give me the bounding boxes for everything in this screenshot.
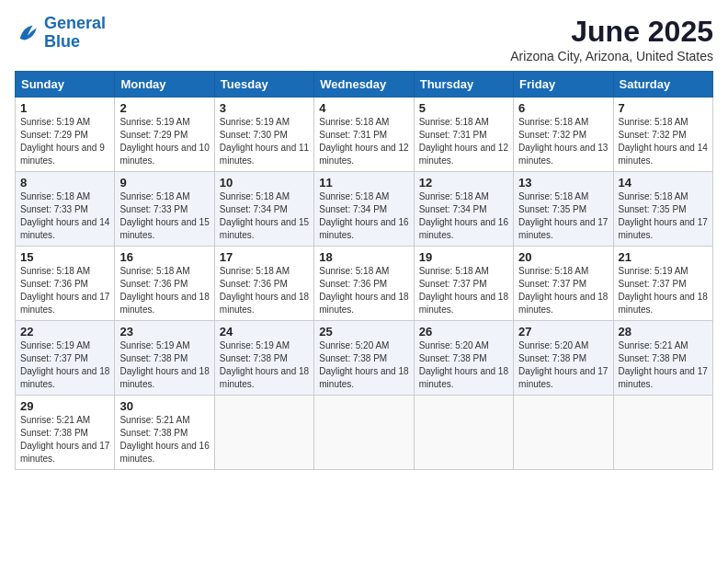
day-number: 2 [119,101,209,115]
table-row [314,396,414,470]
table-row: 16 Sunrise: 5:18 AM Sunset: 7:36 PM Dayl… [115,247,214,321]
table-row: 15 Sunrise: 5:18 AM Sunset: 7:36 PM Dayl… [16,247,115,321]
day-number: 5 [419,101,508,115]
table-row: 19 Sunrise: 5:18 AM Sunset: 7:37 PM Dayl… [414,247,513,321]
table-row: 28 Sunrise: 5:21 AM Sunset: 7:38 PM Dayl… [613,321,712,396]
day-number: 28 [619,325,708,339]
day-info: Sunrise: 5:19 AM Sunset: 7:37 PM Dayligh… [20,339,109,391]
table-row: 4 Sunrise: 5:18 AM Sunset: 7:31 PM Dayli… [314,98,414,172]
day-info: Sunrise: 5:18 AM Sunset: 7:37 PM Dayligh… [518,265,608,316]
day-info: Sunrise: 5:19 AM Sunset: 7:37 PM Dayligh… [619,265,708,316]
day-number: 8 [20,176,109,190]
table-row: 11 Sunrise: 5:18 AM Sunset: 7:34 PM Dayl… [314,172,414,247]
table-row: 23 Sunrise: 5:19 AM Sunset: 7:38 PM Dayl… [115,321,214,396]
day-number: 23 [119,325,209,339]
day-info: Sunrise: 5:18 AM Sunset: 7:34 PM Dayligh… [319,190,408,242]
table-row: 1 Sunrise: 5:19 AM Sunset: 7:29 PM Dayli… [16,98,115,172]
table-row: 3 Sunrise: 5:19 AM Sunset: 7:30 PM Dayli… [214,98,313,172]
day-number: 11 [319,176,408,190]
title-area: June 2025 Arizona City, Arizona, United … [510,15,713,63]
table-row [414,396,513,470]
day-info: Sunrise: 5:18 AM Sunset: 7:37 PM Dayligh… [419,265,508,316]
day-info: Sunrise: 5:19 AM Sunset: 7:30 PM Dayligh… [220,116,309,167]
table-row: 9 Sunrise: 5:18 AM Sunset: 7:33 PM Dayli… [115,172,214,247]
day-info: Sunrise: 5:21 AM Sunset: 7:38 PM Dayligh… [619,339,708,391]
day-number: 19 [419,250,508,264]
day-number: 22 [20,325,109,339]
day-info: Sunrise: 5:21 AM Sunset: 7:38 PM Dayligh… [20,414,109,465]
day-info: Sunrise: 5:18 AM Sunset: 7:36 PM Dayligh… [319,265,408,316]
day-info: Sunrise: 5:18 AM Sunset: 7:32 PM Dayligh… [518,116,608,167]
calendar-title: June 2025 [510,15,713,49]
header-sunday: Sunday [16,72,115,98]
table-row: 18 Sunrise: 5:18 AM Sunset: 7:36 PM Dayl… [314,247,414,321]
day-info: Sunrise: 5:18 AM Sunset: 7:32 PM Dayligh… [619,116,708,167]
day-number: 16 [119,250,209,264]
table-row [613,396,712,470]
table-row: 5 Sunrise: 5:18 AM Sunset: 7:31 PM Dayli… [414,98,513,172]
day-number: 29 [20,399,109,413]
day-info: Sunrise: 5:18 AM Sunset: 7:36 PM Dayligh… [119,265,209,316]
day-info: Sunrise: 5:19 AM Sunset: 7:29 PM Dayligh… [119,116,209,167]
day-number: 3 [220,101,309,115]
table-row: 10 Sunrise: 5:18 AM Sunset: 7:34 PM Dayl… [214,172,313,247]
table-row: 6 Sunrise: 5:18 AM Sunset: 7:32 PM Dayli… [514,98,613,172]
day-number: 1 [20,101,109,115]
day-number: 6 [518,101,608,115]
table-row: 26 Sunrise: 5:20 AM Sunset: 7:38 PM Dayl… [414,321,513,396]
logo-icon [15,20,40,46]
header-tuesday: Tuesday [214,72,313,98]
table-row: 7 Sunrise: 5:18 AM Sunset: 7:32 PM Dayli… [613,98,712,172]
day-number: 17 [220,250,309,264]
table-row: 24 Sunrise: 5:19 AM Sunset: 7:38 PM Dayl… [214,321,313,396]
day-info: Sunrise: 5:20 AM Sunset: 7:38 PM Dayligh… [319,339,408,391]
day-info: Sunrise: 5:18 AM Sunset: 7:31 PM Dayligh… [419,116,508,167]
table-row: 27 Sunrise: 5:20 AM Sunset: 7:38 PM Dayl… [514,321,613,396]
day-number: 4 [319,101,408,115]
table-row: 17 Sunrise: 5:18 AM Sunset: 7:36 PM Dayl… [214,247,313,321]
table-row: 21 Sunrise: 5:19 AM Sunset: 7:37 PM Dayl… [613,247,712,321]
day-number: 14 [619,176,708,190]
table-row: 20 Sunrise: 5:18 AM Sunset: 7:37 PM Dayl… [514,247,613,321]
table-row: 29 Sunrise: 5:21 AM Sunset: 7:38 PM Dayl… [16,396,115,470]
day-info: Sunrise: 5:21 AM Sunset: 7:38 PM Dayligh… [119,414,209,465]
table-row: 30 Sunrise: 5:21 AM Sunset: 7:38 PM Dayl… [115,396,214,470]
day-info: Sunrise: 5:19 AM Sunset: 7:38 PM Dayligh… [119,339,209,391]
day-number: 21 [619,250,708,264]
day-info: Sunrise: 5:18 AM Sunset: 7:35 PM Dayligh… [619,190,708,242]
day-number: 18 [319,250,408,264]
day-info: Sunrise: 5:18 AM Sunset: 7:36 PM Dayligh… [20,265,109,316]
table-row: 8 Sunrise: 5:18 AM Sunset: 7:33 PM Dayli… [16,172,115,247]
table-row [514,396,613,470]
day-number: 24 [220,325,309,339]
calendar-subtitle: Arizona City, Arizona, United States [510,49,713,63]
logo-text: General Blue [44,15,106,52]
table-row: 13 Sunrise: 5:18 AM Sunset: 7:35 PM Dayl… [514,172,613,247]
table-row: 14 Sunrise: 5:18 AM Sunset: 7:35 PM Dayl… [613,172,712,247]
day-number: 30 [119,399,209,413]
day-info: Sunrise: 5:20 AM Sunset: 7:38 PM Dayligh… [419,339,508,391]
logo: General Blue [15,15,106,52]
header-wednesday: Wednesday [314,72,414,98]
day-number: 12 [419,176,508,190]
day-number: 26 [419,325,508,339]
day-number: 25 [319,325,408,339]
table-row: 2 Sunrise: 5:19 AM Sunset: 7:29 PM Dayli… [115,98,214,172]
day-info: Sunrise: 5:19 AM Sunset: 7:38 PM Dayligh… [220,339,309,391]
table-row [214,396,313,470]
calendar-table: Sunday Monday Tuesday Wednesday Thursday… [15,71,713,470]
day-number: 20 [518,250,608,264]
day-info: Sunrise: 5:18 AM Sunset: 7:35 PM Dayligh… [518,190,608,242]
day-info: Sunrise: 5:18 AM Sunset: 7:34 PM Dayligh… [419,190,508,242]
day-number: 15 [20,250,109,264]
header-monday: Monday [115,72,214,98]
day-info: Sunrise: 5:18 AM Sunset: 7:34 PM Dayligh… [220,190,309,242]
page-header: General Blue June 2025 Arizona City, Ari… [15,15,713,63]
day-info: Sunrise: 5:20 AM Sunset: 7:38 PM Dayligh… [518,339,608,391]
day-number: 27 [518,325,608,339]
day-info: Sunrise: 5:18 AM Sunset: 7:33 PM Dayligh… [20,190,109,242]
day-number: 7 [619,101,708,115]
header-saturday: Saturday [613,72,712,98]
table-row: 22 Sunrise: 5:19 AM Sunset: 7:37 PM Dayl… [16,321,115,396]
table-row: 12 Sunrise: 5:18 AM Sunset: 7:34 PM Dayl… [414,172,513,247]
